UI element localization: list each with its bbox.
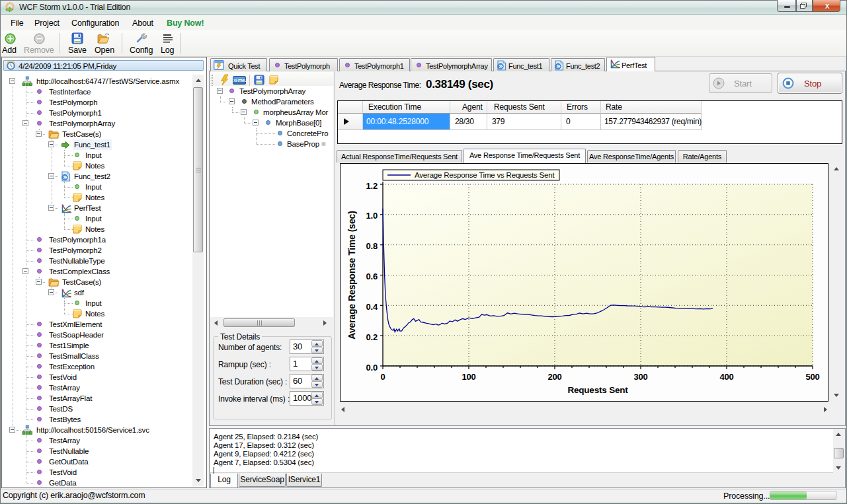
svg-text:100: 100 bbox=[462, 372, 475, 382]
svg-text:Average Response Time (sec): Average Response Time (sec) bbox=[346, 211, 357, 339]
svg-text:300: 300 bbox=[633, 372, 647, 382]
svg-text:1.2: 1.2 bbox=[366, 181, 378, 191]
svg-text:0.8: 0.8 bbox=[366, 241, 378, 251]
svg-text:0.0: 0.0 bbox=[366, 363, 378, 373]
svg-text:0.6: 0.6 bbox=[366, 271, 378, 281]
svg-text:Average Response Time vs Reque: Average Response Time vs Requests Sent bbox=[415, 171, 555, 179]
svg-text:0: 0 bbox=[380, 372, 385, 382]
svg-text:Requests Sent: Requests Sent bbox=[567, 385, 628, 395]
svg-text:200: 200 bbox=[547, 372, 561, 382]
svg-text:500: 500 bbox=[805, 372, 819, 382]
svg-text:0.4: 0.4 bbox=[366, 302, 378, 312]
svg-text:0.2: 0.2 bbox=[366, 332, 378, 342]
svg-text:1.0: 1.0 bbox=[366, 211, 378, 221]
svg-text:400: 400 bbox=[719, 372, 733, 382]
